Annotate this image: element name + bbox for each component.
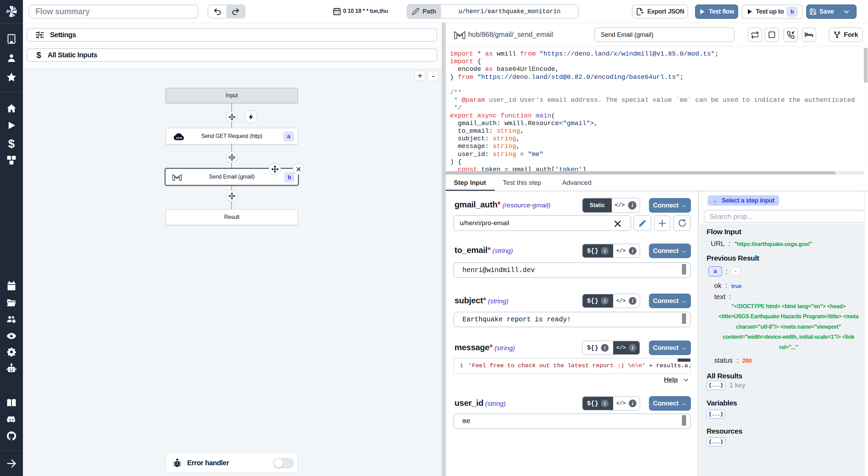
svg-text:HTTP: HTTP	[176, 137, 182, 139]
